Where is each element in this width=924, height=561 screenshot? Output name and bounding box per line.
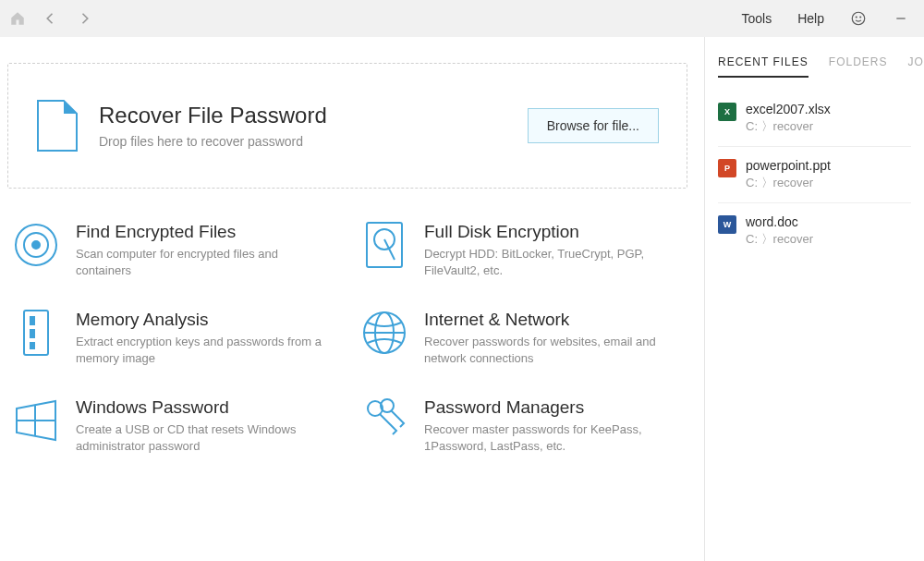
smile-icon[interactable]: [850, 10, 867, 27]
minimize-icon[interactable]: [893, 10, 909, 27]
content: Recover File Password Drop files here to…: [0, 37, 704, 561]
dropzone-title: Recover File Password: [99, 103, 327, 128]
svg-point-0: [852, 12, 865, 25]
tools-menu[interactable]: Tools: [742, 11, 772, 26]
card-internet[interactable]: Internet & Network Recover passwords for…: [361, 310, 682, 366]
toolbar-right: Tools Help: [742, 10, 915, 27]
cards-grid: Find Encrypted Files Scan computer for e…: [7, 222, 687, 454]
card-desc: Recover passwords for websites, email an…: [424, 334, 682, 366]
dropzone-subtitle: Drop files here to recover password: [99, 134, 327, 149]
tab-recent-files[interactable]: RECENT FILES: [718, 55, 808, 78]
dropzone-text: Recover File Password Drop files here to…: [99, 103, 327, 149]
svg-point-6: [32, 241, 40, 249]
browse-button[interactable]: Browse for file...: [528, 108, 659, 143]
file-icon: [36, 99, 79, 152]
back-icon[interactable]: [43, 10, 59, 27]
card-desc: Decrypt HDD: BitLocker, TrueCrypt, PGP, …: [424, 246, 682, 278]
card-find-encrypted[interactable]: Find Encrypted Files Scan computer for e…: [13, 222, 334, 278]
card-title: Memory Analysis: [76, 310, 334, 330]
card-windows[interactable]: Windows Password Create a USB or CD that…: [13, 397, 334, 454]
toolbar: Tools Help: [0, 0, 924, 37]
recent-item[interactable]: X excel2007.xlsx C: 〉recover: [718, 91, 911, 147]
recent-name: excel2007.xlsx: [746, 102, 831, 116]
excel-icon: X: [718, 103, 736, 121]
svg-point-2: [860, 17, 861, 18]
card-memory[interactable]: Memory Analysis Extract encryption keys …: [13, 310, 334, 366]
card-desc: Recover master passwords for KeePass, 1P…: [424, 421, 682, 454]
card-title: Internet & Network: [424, 310, 682, 330]
svg-rect-10: [24, 311, 48, 355]
card-title: Password Managers: [424, 397, 682, 418]
home-icon[interactable]: [9, 10, 26, 27]
card-desc: Extract encryption keys and passwords fr…: [76, 334, 334, 366]
help-menu[interactable]: Help: [797, 11, 824, 26]
card-desc: Scan computer for encrypted files and co…: [76, 246, 334, 278]
hdd-icon: [361, 222, 407, 268]
globe-icon: [361, 310, 407, 356]
svg-rect-11: [30, 316, 35, 325]
sidebar-tabs: RECENT FILES FOLDERS JOBS: [718, 55, 911, 78]
ram-icon: [13, 310, 59, 356]
recent-name: word.doc: [746, 214, 813, 229]
svg-rect-12: [30, 329, 35, 338]
card-desc: Create a USB or CD that resets Windows a…: [76, 421, 334, 454]
windows-icon: [13, 397, 59, 444]
card-title: Windows Password: [76, 397, 334, 418]
card-full-disk[interactable]: Full Disk Encryption Decrypt HDD: BitLoc…: [361, 222, 682, 278]
recent-list: X excel2007.xlsx C: 〉recover P powerpoin…: [718, 91, 911, 259]
forward-icon[interactable]: [76, 10, 92, 27]
recent-path: C: 〉recover: [746, 175, 831, 191]
recent-path: C: 〉recover: [746, 118, 831, 135]
recent-path: C: 〉recover: [746, 231, 813, 248]
keys-icon: [361, 397, 407, 444]
toolbar-left: [9, 10, 92, 27]
svg-rect-13: [30, 342, 35, 349]
tab-jobs[interactable]: JOBS: [908, 55, 925, 78]
tab-folders[interactable]: FOLDERS: [829, 55, 888, 78]
sidebar: RECENT FILES FOLDERS JOBS X excel2007.xl…: [704, 37, 924, 561]
card-title: Full Disk Encryption: [424, 222, 682, 242]
card-password-managers[interactable]: Password Managers Recover master passwor…: [361, 397, 682, 454]
dropzone[interactable]: Recover File Password Drop files here to…: [7, 63, 687, 189]
powerpoint-icon: P: [718, 159, 736, 177]
svg-point-1: [856, 17, 857, 18]
main: Recover File Password Drop files here to…: [0, 37, 924, 561]
recent-item[interactable]: W word.doc C: 〉recover: [718, 203, 911, 259]
recent-item[interactable]: P powerpoint.ppt C: 〉recover: [718, 147, 911, 203]
word-icon: W: [718, 215, 736, 234]
recent-name: powerpoint.ppt: [746, 158, 831, 173]
card-title: Find Encrypted Files: [76, 222, 334, 242]
disc-icon: [13, 222, 59, 268]
